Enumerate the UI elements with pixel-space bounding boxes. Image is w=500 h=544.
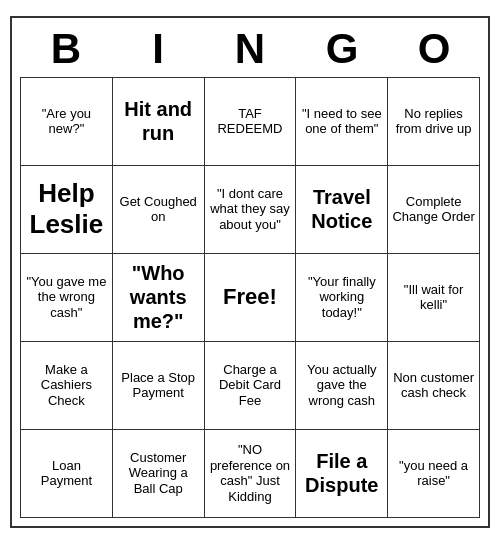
bingo-cell-13[interactable]: "Your finally working today!" — [296, 254, 388, 342]
bingo-cell-7[interactable]: "I dont care what they say about you" — [205, 166, 297, 254]
bingo-cell-11[interactable]: "Who wants me?" — [113, 254, 205, 342]
header-n: N — [204, 26, 296, 72]
bingo-cell-23[interactable]: File a Dispute — [296, 430, 388, 518]
bingo-cell-4[interactable]: No replies from drive up — [388, 78, 480, 166]
header-g: G — [296, 26, 388, 72]
bingo-cell-21[interactable]: Customer Wearing a Ball Cap — [113, 430, 205, 518]
bingo-cell-2[interactable]: TAF REDEEMD — [205, 78, 297, 166]
bingo-cell-5[interactable]: Help Leslie — [21, 166, 113, 254]
bingo-cell-20[interactable]: Loan Payment — [21, 430, 113, 518]
bingo-cell-9[interactable]: Complete Change Order — [388, 166, 480, 254]
bingo-cell-12[interactable]: Free! — [205, 254, 297, 342]
bingo-cell-17[interactable]: Charge a Debit Card Fee — [205, 342, 297, 430]
bingo-cell-14[interactable]: "Ill wait for kelli" — [388, 254, 480, 342]
header-b: B — [20, 26, 112, 72]
bingo-header: B I N G O — [20, 26, 480, 72]
bingo-cell-10[interactable]: "You gave me the wrong cash" — [21, 254, 113, 342]
bingo-cell-19[interactable]: Non customer cash check — [388, 342, 480, 430]
bingo-cell-15[interactable]: Make a Cashiers Check — [21, 342, 113, 430]
bingo-grid: "Are you new?"Hit and runTAF REDEEMD"I n… — [20, 77, 480, 518]
bingo-cell-1[interactable]: Hit and run — [113, 78, 205, 166]
bingo-cell-16[interactable]: Place a Stop Payment — [113, 342, 205, 430]
bingo-cell-24[interactable]: "you need a raise" — [388, 430, 480, 518]
bingo-cell-18[interactable]: You actually gave the wrong cash — [296, 342, 388, 430]
bingo-cell-6[interactable]: Get Coughed on — [113, 166, 205, 254]
bingo-cell-8[interactable]: Travel Notice — [296, 166, 388, 254]
bingo-cell-0[interactable]: "Are you new?" — [21, 78, 113, 166]
bingo-cell-3[interactable]: "I need to see one of them" — [296, 78, 388, 166]
bingo-card: B I N G O "Are you new?"Hit and runTAF R… — [10, 16, 490, 527]
header-i: I — [112, 26, 204, 72]
bingo-cell-22[interactable]: "NO preference on cash" Just Kidding — [205, 430, 297, 518]
header-o: O — [388, 26, 480, 72]
